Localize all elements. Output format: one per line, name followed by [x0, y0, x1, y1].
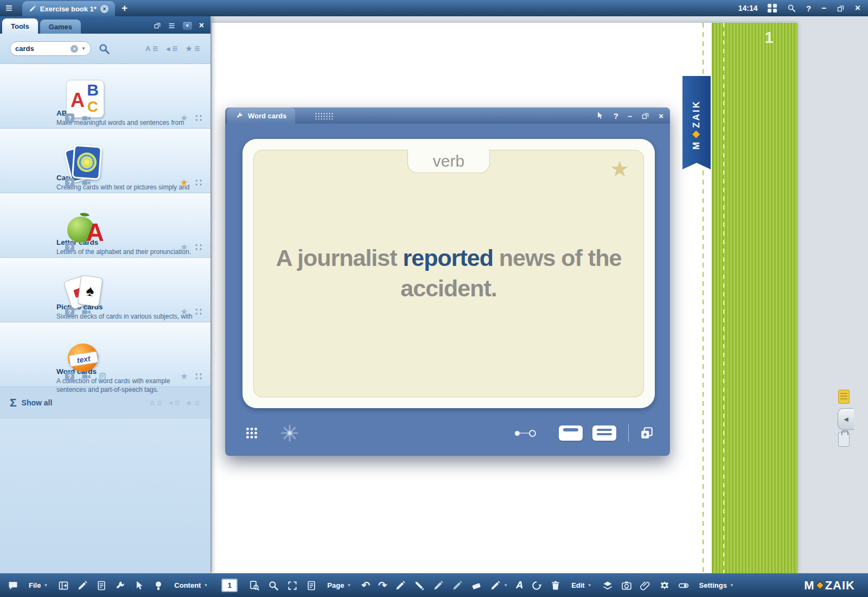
drag-handle-icon[interactable] [315, 112, 334, 119]
edit-menu[interactable]: Edit▼ [571, 581, 591, 589]
tool-item-abc-table[interactable]: A B C ABC table Make meaningful words an… [0, 64, 210, 129]
import-panel-icon[interactable] [58, 580, 69, 591]
main-menu-icon[interactable]: ≡ [0, 0, 18, 16]
settings-menu[interactable]: Settings▼ [699, 581, 734, 589]
ballpoint-pen-icon[interactable] [433, 580, 444, 591]
marker-icon[interactable] [452, 580, 463, 591]
list-view-icon[interactable] [168, 22, 176, 30]
word-cards-titlebar[interactable]: Word cards ? – × [225, 107, 670, 124]
window-minimize-icon[interactable]: – [628, 111, 632, 120]
new-card-icon[interactable] [640, 426, 654, 440]
card-front-view-icon[interactable] [559, 425, 583, 441]
zoom-icon[interactable] [268, 580, 279, 591]
window-maximize-icon[interactable] [641, 112, 649, 120]
undo-icon[interactable]: ↶ [361, 580, 370, 590]
detach-panel-icon[interactable] [154, 22, 161, 29]
pointer-tool-icon[interactable] [134, 580, 145, 591]
tab-games[interactable]: Games [40, 20, 81, 34]
tool-video-icon[interactable] [81, 372, 91, 382]
search-history-icon[interactable]: ▼ [81, 46, 86, 51]
tool-examples-icon[interactable] [98, 372, 107, 381]
page-preview-icon[interactable] [249, 580, 260, 591]
window-help-icon[interactable]: ? [614, 111, 618, 120]
comment-icon[interactable] [8, 580, 18, 591]
sticky-note-handle[interactable] [838, 390, 850, 404]
idea-lamp-icon[interactable] [153, 580, 164, 591]
favorite-star-icon[interactable]: ★ [180, 113, 188, 123]
tools-wrench-icon[interactable] [115, 580, 126, 591]
tool-item-cards[interactable]: Cards Creating cards with text or pictur… [0, 129, 210, 193]
highlighter-icon[interactable] [414, 580, 425, 591]
apps-grid-icon[interactable] [768, 4, 777, 13]
tab-tools[interactable]: Tools [2, 18, 38, 34]
page-sorter-icon[interactable] [306, 580, 317, 591]
trash-icon[interactable] [550, 580, 561, 591]
open-variants-icon[interactable]: ∷ [195, 371, 202, 382]
tool-video-icon[interactable] [81, 113, 91, 123]
attachment-icon[interactable] [640, 580, 651, 591]
minimize-icon[interactable]: – [821, 3, 826, 13]
redo-icon[interactable]: ↷ [378, 580, 387, 590]
side-panel-arrow-tab[interactable]: ◀ [838, 408, 854, 430]
tool-video-icon[interactable] [81, 178, 91, 188]
sort-favorites-icon[interactable]: ★ [186, 399, 201, 407]
search-input[interactable]: cards × ▼ [10, 41, 91, 56]
tool-help-icon[interactable]: ? [65, 307, 74, 316]
text-tool-icon[interactable]: A [516, 580, 523, 591]
toggle-switch-icon[interactable] [678, 580, 689, 591]
sort-favorites-icon[interactable]: ★ [186, 45, 201, 53]
page-menu[interactable]: Page▼ [327, 581, 351, 589]
sort-alpha-icon[interactable]: A [150, 399, 163, 407]
tool-item-picture-cards[interactable]: ♠ Picture cards Sixteen decks of cards i… [0, 258, 210, 322]
open-variants-icon[interactable]: ∷ [195, 242, 202, 252]
open-variants-icon[interactable]: ∷ [195, 113, 202, 123]
open-variants-icon[interactable]: ∷ [195, 307, 202, 317]
tool-help-icon[interactable]: ? [65, 178, 74, 187]
layers-icon[interactable] [602, 580, 613, 591]
gear-icon[interactable] [659, 580, 670, 591]
close-app-icon[interactable]: × [855, 3, 860, 14]
favorite-star-icon[interactable]: ★ [180, 178, 188, 187]
page-number-input[interactable]: 1 [221, 579, 238, 592]
pointer-mode-icon[interactable] [596, 111, 604, 120]
tool-video-icon[interactable] [81, 307, 91, 317]
favorite-star-icon[interactable]: ★ [180, 372, 188, 381]
panel-dropdown-icon[interactable]: ▼ [182, 21, 193, 30]
eraser-icon[interactable] [471, 580, 482, 591]
tool-help-icon[interactable]: ? [65, 113, 74, 123]
tool-help-icon[interactable]: ? [65, 243, 74, 252]
window-close-icon[interactable]: × [659, 111, 663, 120]
mozaik-ribbon[interactable]: M◆ZAIK [682, 76, 711, 169]
sort-type-icon[interactable]: ◀ [168, 399, 181, 407]
notes-icon[interactable] [96, 580, 107, 591]
tool-item-word-cards[interactable]: text Word cards A collection of word car… [0, 322, 210, 387]
content-menu[interactable]: Content▼ [174, 581, 208, 589]
tool-help-icon[interactable]: ? [65, 372, 74, 381]
favorite-star-icon[interactable]: ★ [180, 307, 188, 316]
tool-item-letter-cards[interactable]: A Letter cards Letters of the alphabet a… [0, 193, 210, 258]
global-search-icon[interactable] [787, 4, 796, 12]
open-variants-icon[interactable]: ∷ [195, 177, 202, 188]
clipboard-handle[interactable] [838, 432, 850, 447]
brush-icon[interactable] [490, 580, 501, 591]
clear-search-icon[interactable]: × [71, 45, 78, 53]
card-back-view-icon[interactable] [592, 425, 616, 441]
document-tab[interactable]: Exercise book 1* × [22, 1, 115, 16]
handwriting-icon[interactable] [77, 580, 88, 591]
card-pager[interactable] [515, 430, 536, 437]
help-icon[interactable]: ? [806, 4, 811, 13]
sort-type-icon[interactable]: ◀ [166, 45, 178, 52]
favorite-star-icon[interactable]: ★ [180, 243, 188, 252]
tab-close-icon[interactable]: × [100, 5, 108, 13]
card-grid-view-icon[interactable] [245, 426, 259, 440]
camera-icon[interactable] [621, 580, 632, 591]
close-panel-icon[interactable]: × [199, 21, 204, 30]
sort-alpha-icon[interactable]: A [145, 45, 159, 53]
fit-page-icon[interactable] [287, 580, 298, 591]
file-menu[interactable]: File▼ [29, 581, 48, 589]
pen-icon[interactable] [395, 580, 406, 591]
restore-window-icon[interactable] [837, 4, 845, 12]
card-star-icon[interactable]: ★ [610, 158, 629, 180]
new-tab-icon[interactable]: + [115, 0, 134, 16]
shape-recognition-icon[interactable] [531, 580, 542, 591]
